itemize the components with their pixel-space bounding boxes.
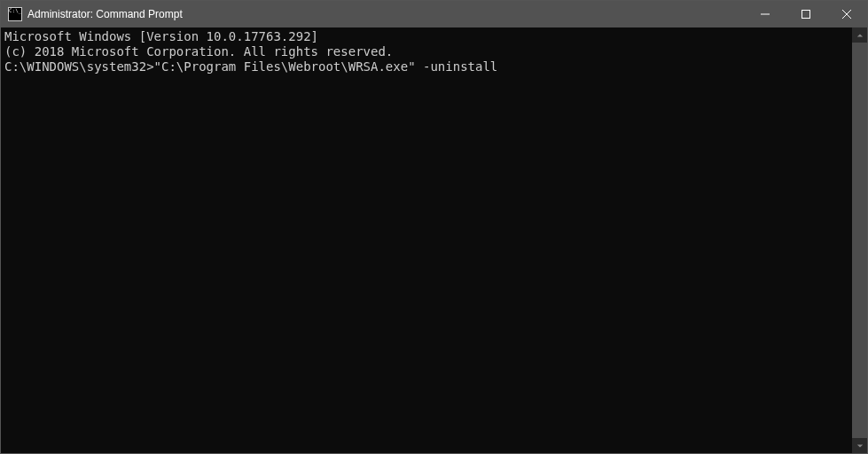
prompt: C:\WINDOWS\system32>: [4, 59, 154, 74]
close-button[interactable]: [826, 1, 867, 27]
cmd-icon: [8, 7, 22, 21]
window-controls: [745, 1, 867, 27]
chevron-down-icon: [856, 442, 864, 450]
scroll-thumb[interactable]: [852, 43, 867, 438]
output-line: Microsoft Windows [Version 10.0.17763.29…: [4, 29, 848, 44]
command-prompt-window: Administrator: Command Prompt Microsoft: [0, 0, 868, 454]
scroll-down-button[interactable]: [852, 438, 867, 453]
chevron-up-icon: [856, 32, 864, 39]
output-line: (c) 2018 Microsoft Corporation. All righ…: [4, 44, 848, 59]
titlebar[interactable]: Administrator: Command Prompt: [1, 1, 867, 27]
cursor: [497, 60, 504, 74]
minimize-button[interactable]: [745, 1, 786, 27]
window-title: Administrator: Command Prompt: [27, 8, 745, 20]
command-input[interactable]: "C:\Program Files\Webroot\WRSA.exe" -uni…: [154, 59, 498, 74]
vertical-scrollbar[interactable]: [852, 27, 867, 453]
scroll-up-button[interactable]: [852, 27, 867, 43]
content-area: Microsoft Windows [Version 10.0.17763.29…: [1, 27, 867, 453]
close-icon: [842, 10, 851, 19]
minimize-icon: [761, 10, 770, 19]
maximize-icon: [802, 10, 810, 19]
scroll-track[interactable]: [852, 43, 867, 438]
svg-rect-1: [802, 11, 810, 19]
terminal-output[interactable]: Microsoft Windows [Version 10.0.17763.29…: [1, 27, 852, 453]
maximize-button[interactable]: [786, 1, 826, 27]
